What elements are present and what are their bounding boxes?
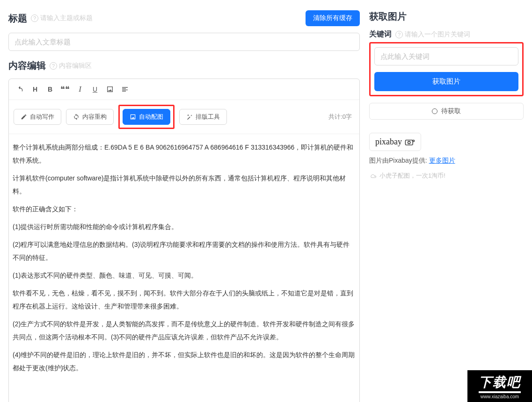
heading-icon[interactable]: H — [29, 83, 42, 96]
bold-icon[interactable]: B — [44, 83, 57, 96]
highlight-keyword-area: 获取图片 — [369, 42, 524, 96]
align-left-icon[interactable] — [118, 83, 131, 96]
italic-icon[interactable]: I — [73, 83, 87, 96]
paragraph: 软件的正确含义如下： — [13, 202, 356, 215]
svg-point-2 — [413, 140, 415, 142]
editor-hint: ? 内容编辑区 — [50, 62, 92, 70]
image-icon[interactable] — [103, 83, 117, 96]
camera-icon — [405, 139, 415, 145]
highlight-auto-image: 自动配图 — [118, 105, 175, 129]
paragraph: (2)生产方式不同的软件是开发，是人类智能的高发挥，而不是传统意义上的硬件制造。… — [13, 317, 356, 344]
svg-point-1 — [408, 141, 410, 144]
watermark: 下载吧 www.xiazaiba.com — [467, 370, 532, 402]
title-label: 标题 — [8, 12, 27, 25]
question-icon: ? — [395, 31, 403, 38]
image-small-icon — [130, 114, 136, 120]
cloud-icon — [369, 173, 377, 179]
svg-rect-0 — [405, 140, 413, 145]
format-toolbar: H B ❝❝ I U — [9, 79, 359, 100]
auto-write-button[interactable]: 自动写作 — [14, 109, 61, 125]
editor-container: H B ❝❝ I U 自动写作 内容重构 — [8, 79, 360, 402]
more-images-link[interactable]: 更多图片 — [429, 157, 455, 164]
paragraph: (1)提供运行时所需功能和性能的命令或计算机程序集合。 — [13, 220, 356, 233]
clear-cache-button[interactable]: 清除所有缓存 — [306, 10, 360, 26]
credit-line: 图片由Pixabay提供: 更多图片 — [369, 157, 524, 165]
paragraph: 计算机软件(computer software)是指计算机系统中除硬件以外的所有… — [13, 172, 356, 198]
pencil-icon — [21, 114, 27, 120]
paragraph: 整个计算机系统由两部分组成：E.69DA 5 E 6 BA 9062616964… — [13, 141, 356, 167]
layout-tool-button[interactable]: 排版工具 — [179, 109, 227, 125]
provider-card: pixabay — [369, 133, 421, 151]
refresh-icon — [73, 114, 80, 120]
undo-icon[interactable] — [14, 83, 27, 96]
auto-image-button[interactable]: 自动配图 — [123, 109, 170, 125]
question-icon: ? — [31, 14, 38, 22]
paragraph: (2)程序可以满意地处理信息的数据结构。(3)说明程序功能要求和程序需要的文档的… — [13, 238, 356, 264]
paragraph: 软件看不见，无色，枯燥，看不见，摸不到，闻不到。软件大部分存在于人们的头脑或纸上… — [13, 287, 356, 313]
paragraph: (1)表达形式不同的硬件类型、颜色、味道、可见、可摸、可闻。 — [13, 269, 356, 282]
paragraph: (4)维护不同的硬件是旧的，理论上软件是旧的，并不坏，但实际上软件也是旧的和坏的… — [13, 348, 356, 374]
title-hint: ? 请输入主题或标题 — [31, 14, 93, 22]
wand-icon — [186, 114, 193, 120]
pending-status: 待获取 — [369, 103, 524, 120]
editor-label: 内容编辑 — [8, 59, 46, 72]
footer-note: 小虎子配图，一次1淘币! — [369, 172, 524, 180]
get-image-button[interactable]: 获取图片 — [374, 72, 518, 91]
underline-icon[interactable]: U — [88, 83, 102, 96]
pixabay-logo: pixabay — [375, 137, 402, 147]
quote-icon[interactable]: ❝❝ — [58, 83, 72, 96]
keyword-input[interactable] — [374, 47, 518, 65]
word-count: 共计:0字 — [328, 113, 355, 121]
editor-content[interactable]: 整个计算机系统由两部分组成：E.69DA 5 E 6 BA 9062616964… — [9, 134, 359, 402]
title-header: 标题 ? 请输入主题或标题 清除所有缓存 — [8, 10, 360, 26]
question-icon: ? — [50, 62, 57, 70]
keyword-hint: ? 请输入一个图片关键词 — [395, 30, 470, 39]
title-input[interactable] — [8, 33, 360, 51]
circle-icon — [432, 108, 437, 114]
reconstruct-button[interactable]: 内容重构 — [66, 109, 114, 125]
get-image-title: 获取图片 — [369, 10, 407, 23]
action-toolbar: 自动写作 内容重构 自动配图 排版工具 共计:0字 — [9, 100, 359, 134]
keyword-label: 关键词 — [369, 29, 392, 39]
